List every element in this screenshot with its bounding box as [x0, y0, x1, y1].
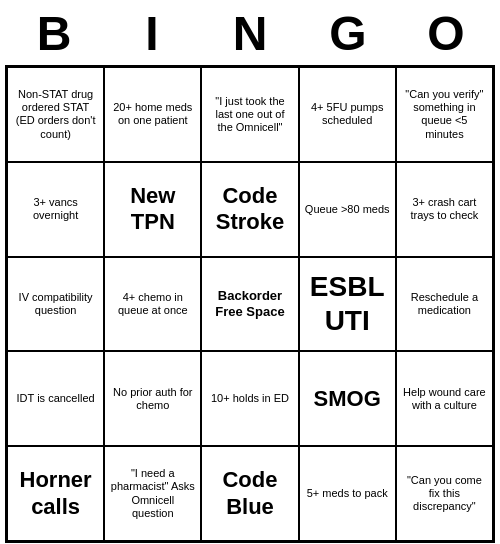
- cell-11[interactable]: 4+ chemo in queue at once: [104, 257, 201, 352]
- cell-3[interactable]: 4+ 5FU pumps scheduled: [299, 67, 396, 162]
- cell-21[interactable]: "I need a pharmacist" Asks Omnicell ques…: [104, 446, 201, 541]
- cell-22[interactable]: Code Blue: [201, 446, 298, 541]
- letter-n: N: [201, 6, 299, 61]
- letter-i: I: [103, 6, 201, 61]
- cell-24[interactable]: "Can you come fix this discrepancy": [396, 446, 493, 541]
- cell-18[interactable]: SMOG: [299, 351, 396, 446]
- letter-g: G: [299, 6, 397, 61]
- cell-8[interactable]: Queue >80 meds: [299, 162, 396, 257]
- letter-b: B: [5, 6, 103, 61]
- cell-15[interactable]: IDT is cancelled: [7, 351, 104, 446]
- cell-13[interactable]: ESBL UTI: [299, 257, 396, 352]
- cell-2[interactable]: "I just took the last one out of the Omn…: [201, 67, 298, 162]
- bingo-title: B I N G O: [5, 0, 495, 65]
- cell-14[interactable]: Reschedule a medication: [396, 257, 493, 352]
- cell-20[interactable]: Horner calls: [7, 446, 104, 541]
- cell-17[interactable]: 10+ holds in ED: [201, 351, 298, 446]
- cell-7[interactable]: Code Stroke: [201, 162, 298, 257]
- cell-12[interactable]: Backorder Free Space: [201, 257, 298, 352]
- cell-9[interactable]: 3+ crash cart trays to check: [396, 162, 493, 257]
- cell-19[interactable]: Help wound care with a culture: [396, 351, 493, 446]
- cell-23[interactable]: 5+ meds to pack: [299, 446, 396, 541]
- letter-o: O: [397, 6, 495, 61]
- cell-1[interactable]: 20+ home meds on one patient: [104, 67, 201, 162]
- cell-16[interactable]: No prior auth for chemo: [104, 351, 201, 446]
- cell-6[interactable]: New TPN: [104, 162, 201, 257]
- cell-4[interactable]: "Can you verify" something in queue <5 m…: [396, 67, 493, 162]
- cell-10[interactable]: IV compatibility question: [7, 257, 104, 352]
- cell-0[interactable]: Non-STAT drug ordered STAT (ED orders do…: [7, 67, 104, 162]
- cell-5[interactable]: 3+ vancs overnight: [7, 162, 104, 257]
- bingo-grid: Non-STAT drug ordered STAT (ED orders do…: [5, 65, 495, 543]
